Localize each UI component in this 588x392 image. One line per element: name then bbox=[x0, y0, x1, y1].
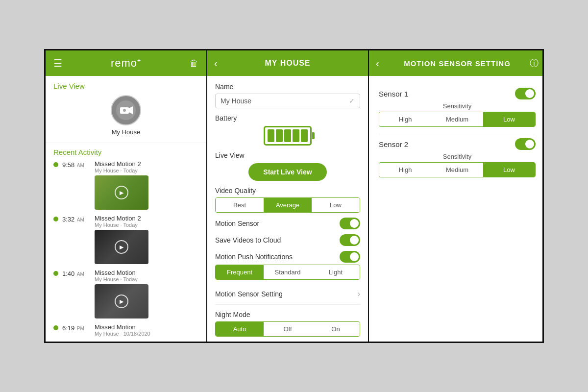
play-button[interactable]: ▶ bbox=[115, 240, 128, 254]
motion-sensor-toggle-row: Motion Sensor bbox=[215, 218, 360, 229]
video-quality-average[interactable]: Average bbox=[264, 198, 312, 212]
panel3-header: ‹ MOTION SENSOR SETTING ⓘ bbox=[369, 50, 544, 76]
video-quality-segment: Best Average Low bbox=[215, 197, 360, 213]
app-logo: remo+ bbox=[111, 57, 141, 70]
panel1-body: Live View My House Recent Activity bbox=[46, 76, 206, 342]
night-auto-button[interactable]: Auto bbox=[216, 322, 264, 336]
sensor1-row: Sensor 1 bbox=[379, 88, 536, 99]
sensor1-low-button[interactable]: Low bbox=[483, 112, 535, 126]
activity-info: Missed Motion 2 My House · Today ▶ bbox=[95, 160, 198, 210]
list-item[interactable]: 6:19 PM Missed Motion My House · 10/18/2… bbox=[53, 323, 198, 339]
sensor2-high-button[interactable]: High bbox=[379, 163, 431, 177]
panel3-title: MOTION SENSOR SETTING bbox=[404, 59, 511, 68]
activity-dot bbox=[53, 271, 58, 276]
sensor2-sensitivity-label: Sensitivity bbox=[379, 153, 536, 160]
sensor1-sensitivity-label: Sensitivity bbox=[379, 102, 536, 110]
panel3-body: Sensor 1 Sensitivity High Medium Low Sen… bbox=[369, 76, 544, 342]
motion-sensor-setting-row[interactable]: Motion Sensor Setting › bbox=[215, 284, 360, 305]
menu-icon[interactable]: ☰ bbox=[53, 57, 62, 69]
activity-subtitle: My House · Today bbox=[95, 168, 198, 173]
activity-title: Missed Motion bbox=[95, 323, 198, 331]
panel2-header: ‹ MY HOUSE bbox=[207, 50, 368, 76]
battery-cell-3 bbox=[284, 129, 291, 142]
activity-time: 3:32 bbox=[62, 216, 74, 223]
push-standard-button[interactable]: Standard bbox=[264, 265, 312, 279]
sensor2-toggle[interactable] bbox=[515, 138, 536, 150]
list-item[interactable]: 1:40 AM Missed Motion My House · Today ▶ bbox=[53, 269, 198, 318]
play-button[interactable]: ▶ bbox=[115, 294, 128, 308]
battery-label: Battery bbox=[215, 114, 360, 122]
night-mode-segment: Auto Off On bbox=[215, 321, 360, 337]
panel-main: ☰ remo+ 🗑 Live View My House bbox=[46, 50, 207, 342]
battery-cell-5 bbox=[301, 129, 308, 142]
motion-push-label: Motion Push Notifications bbox=[215, 253, 293, 261]
motion-push-toggle-row: Motion Push Notifications bbox=[215, 251, 360, 263]
motion-sensor-setting-label: Motion Sensor Setting bbox=[215, 290, 283, 298]
night-on-button[interactable]: On bbox=[312, 322, 360, 336]
activity-title: Missed Motion 2 bbox=[95, 160, 198, 168]
live-view-label: Live View bbox=[53, 82, 198, 90]
activity-dot bbox=[53, 162, 58, 167]
recent-activity-label: Recent Activity bbox=[53, 148, 198, 156]
sensor2-sensitivity-segment: High Medium Low bbox=[379, 162, 536, 177]
info-icon[interactable]: ⓘ bbox=[530, 57, 539, 69]
svg-point-3 bbox=[123, 109, 126, 112]
activity-period: PM bbox=[77, 326, 84, 331]
live-view-section: Live View My House bbox=[46, 76, 206, 143]
activity-time-col: 9:58 AM bbox=[62, 160, 92, 169]
activity-time: 9:58 bbox=[62, 161, 74, 169]
activity-thumbnail[interactable]: ▶ bbox=[95, 230, 148, 264]
panel2-title: MY HOUSE bbox=[265, 59, 310, 68]
motion-push-toggle[interactable] bbox=[340, 251, 360, 263]
video-quality-best[interactable]: Best bbox=[216, 198, 264, 212]
app-container: ☰ remo+ 🗑 Live View My House bbox=[44, 49, 544, 343]
activity-thumbnail[interactable]: ▶ bbox=[95, 284, 148, 318]
sensor1-label: Sensor 1 bbox=[379, 90, 408, 98]
activity-dot bbox=[53, 217, 58, 221]
motion-sensor-toggle[interactable] bbox=[340, 218, 360, 229]
night-off-button[interactable]: Off bbox=[264, 322, 312, 336]
night-mode-label: Night Mode bbox=[215, 311, 360, 318]
list-item[interactable]: 9:58 AM Missed Motion 2 My House · Today… bbox=[53, 160, 198, 210]
save-videos-label: Save Videos to Cloud bbox=[215, 236, 281, 244]
back-button[interactable]: ‹ bbox=[376, 58, 379, 69]
panel2-body: Name My House ✓ Battery Live View Start … bbox=[207, 76, 368, 342]
battery-body bbox=[264, 126, 312, 146]
activity-title: Missed Motion bbox=[95, 269, 198, 276]
activity-time: 1:40 bbox=[62, 270, 74, 277]
sensor1-medium-button[interactable]: Medium bbox=[431, 112, 483, 126]
activity-info: Missed Motion My House · 10/18/2020 bbox=[95, 323, 198, 339]
start-live-view-button[interactable]: Start Live View bbox=[248, 163, 326, 181]
activity-period: AM bbox=[77, 163, 84, 168]
activity-info: Missed Motion My House · Today ▶ bbox=[95, 269, 198, 318]
video-quality-low[interactable]: Low bbox=[312, 198, 360, 212]
motion-push-segment: Frequent Standard Light bbox=[215, 265, 360, 280]
sensor2-label: Sensor 2 bbox=[379, 140, 408, 148]
panel1-header: ☰ remo+ 🗑 bbox=[46, 50, 206, 76]
sensor1-toggle[interactable] bbox=[515, 88, 536, 99]
back-button[interactable]: ‹ bbox=[214, 58, 218, 69]
panel-motion-sensor: ‹ MOTION SENSOR SETTING ⓘ Sensor 1 Sensi… bbox=[369, 50, 544, 342]
camera-name: My House bbox=[53, 128, 198, 136]
sensor1-sensitivity-segment: High Medium Low bbox=[379, 112, 536, 127]
activity-period: AM bbox=[77, 217, 84, 222]
sensor2-medium-button[interactable]: Medium bbox=[431, 163, 483, 177]
activity-title: Missed Motion 2 bbox=[95, 215, 198, 222]
list-item[interactable]: 3:32 AM Missed Motion 2 My House · Today… bbox=[53, 215, 198, 264]
push-freq-button[interactable]: Frequent bbox=[216, 265, 264, 279]
save-videos-toggle[interactable] bbox=[340, 234, 360, 246]
recent-activity-section: Recent Activity 9:58 AM Missed Motion 2 … bbox=[46, 143, 206, 339]
battery-cell-4 bbox=[293, 129, 299, 142]
activity-info: Missed Motion 2 My House · Today ▶ bbox=[95, 215, 198, 264]
camera-avatar[interactable] bbox=[111, 95, 141, 125]
activity-time-col: 1:40 AM bbox=[62, 269, 92, 278]
play-button[interactable]: ▶ bbox=[115, 186, 128, 199]
sensor2-low-button[interactable]: Low bbox=[483, 163, 535, 177]
activity-thumbnail[interactable]: ▶ bbox=[95, 175, 148, 210]
delete-icon[interactable]: 🗑 bbox=[190, 58, 198, 69]
chevron-right-icon: › bbox=[358, 290, 360, 298]
activity-subtitle: My House · Today bbox=[95, 276, 198, 282]
sensor1-high-button[interactable]: High bbox=[379, 112, 431, 126]
name-input-row[interactable]: My House ✓ bbox=[215, 94, 360, 108]
push-light-button[interactable]: Light bbox=[312, 265, 360, 279]
